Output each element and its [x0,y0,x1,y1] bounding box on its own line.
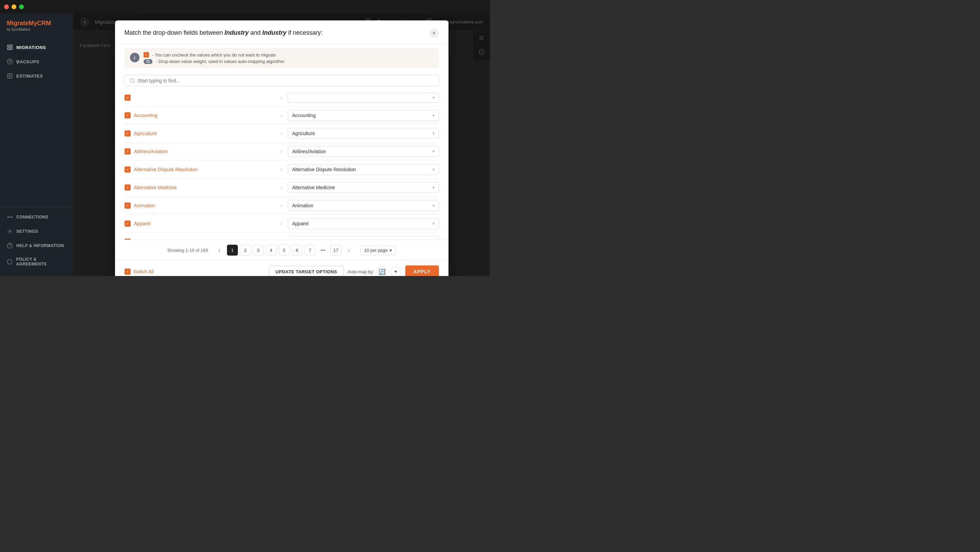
sidebar-nav: MIGRATIONS BACKUPS ESTIMATES CONNECTIONS… [0,37,73,276]
industry-mapping-modal: Match the drop-down fields between Indus… [115,21,449,276]
mapping-left: ✓ Animation [124,202,275,208]
target-select[interactable]: Apparel & Fashion ▾ [288,236,439,240]
auto-map-label: Auto-map by: [348,269,374,274]
mapping-checkbox[interactable]: ✓ [124,148,130,154]
info-lines: ✓ - You can uncheck the values which you… [143,52,285,64]
chevron-down-icon: ▾ [433,167,434,172]
mapping-checkbox[interactable]: ✓ [124,112,130,118]
switch-all-label: Switch All [134,269,154,274]
page-17-button[interactable]: 17 [331,245,341,256]
sidebar-item-settings[interactable]: SETTINGS [0,224,73,239]
mapping-checkbox[interactable]: ✓ [124,221,130,227]
search-box [124,75,439,86]
modal-footer: ✓ Switch All UPDATE TARGET OPTIONS Auto-… [115,260,449,276]
mapping-label: Accounting [134,113,158,118]
mapping-row: ✓ Agriculture › Agriculture ▾ [124,124,439,143]
search-icon [130,78,135,83]
auto-map-crm-button[interactable]: 🔄 [377,266,388,276]
page-7-button[interactable]: 7 [305,245,315,256]
switch-all-toggle[interactable]: ✓ Switch All [124,269,154,275]
sidebar-item-estimates[interactable]: ESTIMATES [0,69,73,83]
update-target-button[interactable]: UPDATE TARGET OPTIONS [269,266,344,276]
mapping-label: Alternative Dispute Resolution [134,167,198,172]
svg-rect-1 [11,45,12,47]
mapping-left: ✓ Agriculture [124,130,275,137]
mapping-checkbox[interactable]: ✓ [124,166,130,173]
svg-rect-3 [11,48,12,50]
migrations-icon [7,44,13,50]
target-value: Airlines/Aviation [292,149,326,154]
apply-button[interactable]: APPLY [405,266,439,276]
sidebar-item-migrations[interactable]: MIGRATIONS [0,40,73,54]
field2-label: Industry [262,29,286,36]
auto-map-ai-button[interactable]: ✦ [390,266,401,276]
logo-my: My [29,20,37,27]
target-select[interactable]: ▾ [288,92,439,103]
target-select[interactable]: Airlines/Aviation ▾ [288,146,439,157]
switch-all-checkbox[interactable]: ✓ [124,269,130,275]
info-badge: 75 [143,59,153,64]
target-select[interactable]: Alternative Medicine ▾ [288,182,439,193]
arrow-icon: › [275,148,288,154]
mapping-checkbox[interactable]: ✓ [124,130,130,137]
chevron-down-icon: ▾ [433,185,434,190]
target-select[interactable]: Apparel ▾ [288,218,439,229]
target-value: Alternative Dispute Resolution [292,167,356,172]
mapping-row: ✓ Alternative Medicine › Alternative Med… [124,179,439,197]
mapping-checkbox[interactable]: ✓ [124,185,130,191]
sidebar-item-backups[interactable]: BACKUPS [0,54,73,69]
arrow-icon: › [275,112,288,118]
logo-migrate: Migrate [7,20,29,27]
target-select[interactable]: Accounting ▾ [288,110,439,121]
pagination-dots: ••• [318,245,328,256]
page-5-button[interactable]: 5 [279,245,290,256]
help-icon [7,243,13,249]
sidebar-logo: MigrateMyCRM by SyncMatters [0,14,73,37]
mapping-row: ✓ Accounting › Accounting ▾ [124,107,439,124]
arrow-icon: › [275,166,288,173]
field1-label: Industry [224,29,249,36]
target-value: Alternative Medicine [292,185,335,190]
page-1-button[interactable]: 1 [227,245,238,256]
svg-point-8 [8,217,8,218]
close-btn[interactable] [4,5,9,9]
mapping-checkbox[interactable]: ✓ [124,202,130,208]
per-page-chevron-icon: ▾ [390,248,392,253]
minimize-btn[interactable] [11,5,16,9]
sidebar-item-policy[interactable]: POLICY & AGREEMENTS [0,253,73,270]
footer-actions: UPDATE TARGET OPTIONS Auto-map by: 🔄 ✦ [269,266,439,276]
mapping-label: Airlines/Aviation [134,149,168,154]
target-select[interactable]: Animation ▾ [288,200,439,211]
per-page-select[interactable]: 10 per page ▾ [360,245,396,255]
sidebar-label-help: HELP & INFORMATION [16,243,64,248]
arrow-icon: › [275,130,288,137]
svg-rect-2 [8,48,9,50]
maximize-btn[interactable] [19,5,24,9]
target-value: Animation [292,203,313,208]
page-2-button[interactable]: 2 [240,245,251,256]
chevron-down-icon: ▾ [433,221,434,226]
arrow-icon: › [275,95,288,101]
next-page-button[interactable]: › [343,245,354,256]
settings-icon [7,228,13,234]
prev-page-button[interactable]: ‹ [214,245,225,256]
modal-overlay: Match the drop-down fields between Indus… [73,14,490,276]
arrow-icon: › [275,202,288,208]
mapping-row: ✓ Airlines/Aviation › Airlines/Aviation … [124,143,439,161]
target-select[interactable]: Alternative Dispute Resolution ▾ [288,164,439,175]
sidebar-item-connections[interactable]: CONNECTIONS [0,210,73,224]
mapping-left: ✓ Accounting [124,112,275,118]
page-4-button[interactable]: 4 [266,245,277,256]
mapping-checkbox[interactable]: ✓ [124,95,130,101]
svg-point-11 [9,231,11,232]
modal-close-button[interactable]: × [430,29,439,38]
target-select[interactable]: Agriculture ▾ [288,128,439,139]
mapping-left: ✓ [124,95,275,101]
target-value: Apparel [292,221,309,226]
mapping-label: Animation [134,203,155,208]
page-3-button[interactable]: 3 [253,245,264,256]
page-6-button[interactable]: 6 [292,245,302,256]
search-input[interactable] [138,78,434,83]
sidebar-item-help[interactable]: HELP & INFORMATION [0,239,73,253]
modal-title: Match the drop-down fields between Indus… [124,29,323,37]
